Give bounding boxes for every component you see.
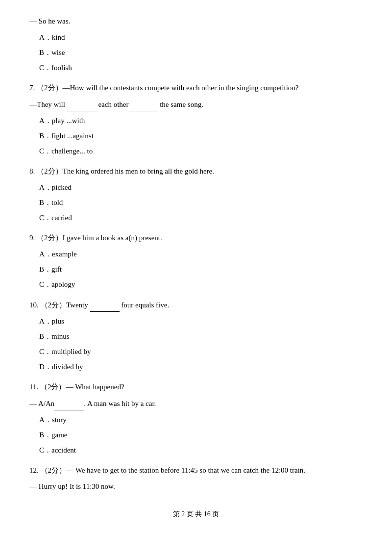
question-5-option-2: C．accident bbox=[39, 444, 363, 457]
question-1-option-0: A．play ...with bbox=[39, 114, 363, 127]
q-number: 7. bbox=[29, 84, 35, 92]
question-6: 12. （2分）— We have to get to the station … bbox=[29, 464, 363, 493]
question-5-option-1: B．game bbox=[39, 429, 363, 442]
question-4-text: 10. （2分）Twenty four equals five. bbox=[29, 298, 363, 312]
question-1: 7. （2分）—How will the contestants compete… bbox=[29, 81, 363, 158]
q-score: （2分） bbox=[37, 167, 63, 175]
question-1-option-2: C．challenge... to bbox=[39, 145, 363, 158]
question-3-option-2: C．apology bbox=[39, 278, 363, 291]
question-6-text: 12. （2分）— We have to get to the station … bbox=[29, 464, 363, 477]
q-score: （2分） bbox=[41, 466, 67, 474]
prev-option-c: C．foolish bbox=[39, 61, 363, 75]
q-score: （2分） bbox=[37, 84, 63, 92]
question-5-subtext: — A/An . A man was hit by a car. bbox=[29, 397, 363, 410]
question-4-option-1: B．minus bbox=[39, 330, 363, 343]
question-3: 9. （2分）I gave him a book as a(n) present… bbox=[29, 231, 363, 291]
q-number: 8. bbox=[29, 167, 35, 175]
prev-answer-text: — So he was. bbox=[29, 17, 70, 25]
question-5-option-0: A．story bbox=[39, 413, 363, 427]
question-1-text: 7. （2分）—How will the contestants compete… bbox=[29, 81, 363, 95]
question-5-text: 11. （2分）— What happened? bbox=[29, 380, 363, 394]
question-1-option-1: B．fight ...against bbox=[39, 129, 363, 143]
q-number: 10. bbox=[29, 301, 39, 309]
q-score: （2分） bbox=[37, 234, 63, 242]
question-2-text: 8. （2分）The king ordered his men to bring… bbox=[29, 165, 363, 178]
question-3-text: 9. （2分）I gave him a book as a(n) present… bbox=[29, 231, 363, 245]
q-number: 12. bbox=[29, 466, 39, 474]
question-2: 8. （2分）The king ordered his men to bring… bbox=[29, 165, 363, 225]
q-number: 11. bbox=[29, 383, 38, 391]
q-score: （2分） bbox=[40, 383, 66, 391]
q-number: 9. bbox=[29, 234, 35, 242]
page-footer: 第 2 页 共 16 页 bbox=[29, 508, 363, 520]
prev-option-b: B．wise bbox=[39, 46, 363, 59]
question-2-option-1: B．told bbox=[39, 196, 363, 209]
prev-answer-dash: — So he was. bbox=[29, 15, 363, 28]
question-6-subtext: — Hurry up! It is 11:30 now. bbox=[29, 480, 363, 493]
prev-option-a: A．kind bbox=[39, 31, 363, 44]
q-score: （2分） bbox=[41, 301, 67, 309]
footer-text: 第 2 页 共 16 页 bbox=[173, 510, 220, 518]
question-3-option-0: A．example bbox=[39, 248, 363, 261]
question-5: 11. （2分）— What happened?— A/An . A man w… bbox=[29, 380, 363, 457]
question-2-option-0: A．picked bbox=[39, 181, 363, 194]
question-4: 10. （2分）Twenty four equals five.A．plusB．… bbox=[29, 298, 363, 374]
question-2-option-2: C．carried bbox=[39, 211, 363, 225]
question-4-option-0: A．plus bbox=[39, 315, 363, 328]
question-3-option-1: B．gift bbox=[39, 263, 363, 276]
question-4-option-3: D．divided by bbox=[39, 360, 363, 374]
question-1-subtext: —They will each other the same song. bbox=[29, 98, 363, 111]
question-4-option-2: C．multiplied by bbox=[39, 345, 363, 358]
